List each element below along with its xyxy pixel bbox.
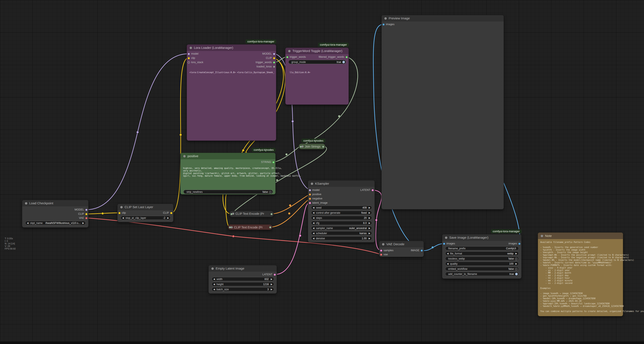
group_mode-widget[interactable]: group_modetrue <box>288 60 346 64</box>
link-midpoint-dot[interactable] <box>338 115 340 117</box>
node-clip-set-last-layer[interactable]: CLIP Set Last LayerclipCLIP◀▶stop_at_cli… <box>117 204 174 222</box>
node-graph-canvas[interactable]: Load CheckpointMODELCLIPVAE◀▶ckpt_nameil… <box>0 0 644 344</box>
combo-right-arrow-icon[interactable]: ▶ <box>515 262 517 265</box>
trigger_words-input-port[interactable] <box>286 56 288 58</box>
combo-right-arrow-icon[interactable]: ▶ <box>82 222 84 224</box>
samples-input-port[interactable] <box>380 250 382 252</box>
clip-input-port[interactable] <box>118 212 120 214</box>
combo-right-arrow-icon[interactable]: ▶ <box>368 212 370 214</box>
node-save-image[interactable]: Save Image (LoraManager)imagesimagesfile… <box>442 234 522 279</box>
node-titlebar[interactable]: Join Strings <box>299 144 325 149</box>
CLIP-output-port[interactable] <box>273 57 275 59</box>
combo-left-arrow-icon[interactable]: ◀ <box>313 212 314 214</box>
combo-right-arrow-icon[interactable]: ▶ <box>271 278 272 280</box>
toggle-dot[interactable] <box>515 273 518 275</box>
steps-widget[interactable]: ◀▶steps20 <box>311 216 372 220</box>
input-input-port[interactable] <box>229 226 231 228</box>
combo-left-arrow-icon[interactable]: ◀ <box>213 283 215 285</box>
link-midpoint-dot[interactable] <box>102 212 104 214</box>
link-midpoint-dot[interactable] <box>299 234 301 237</box>
combo-right-arrow-icon[interactable]: ▶ <box>368 206 370 209</box>
CLIP-output-port[interactable] <box>170 212 172 214</box>
embed_workflow-widget[interactable]: embed_workflowfalse <box>445 267 519 271</box>
toggle-dot[interactable] <box>342 61 345 63</box>
images-input-port[interactable] <box>382 24 384 26</box>
collapse-dot-icon[interactable] <box>183 155 186 158</box>
stop_at_clip_layer-widget[interactable]: ◀▶stop_at_clip_layer-2 <box>120 216 171 220</box>
collapse-dot-icon[interactable] <box>382 243 384 246</box>
combo-left-arrow-icon[interactable]: ◀ <box>313 232 314 234</box>
node-join-strings[interactable]: Join Strings <box>299 144 325 149</box>
filtered_trigger_words-output-port[interactable] <box>346 56 348 58</box>
combo-left-arrow-icon[interactable]: ◀ <box>213 278 215 280</box>
combo-left-arrow-icon[interactable]: ◀ <box>313 217 314 219</box>
combo-left-arrow-icon[interactable]: ◀ <box>313 227 314 229</box>
combo-left-arrow-icon[interactable]: ◀ <box>122 217 124 219</box>
vae-input-port[interactable] <box>380 254 382 256</box>
combo-right-arrow-icon[interactable]: ▶ <box>368 217 370 219</box>
toggle-dot[interactable] <box>269 191 272 194</box>
node-titlebar[interactable]: Save Image (LoraManager) <box>442 234 521 241</box>
node-titlebar[interactable]: positive <box>180 153 276 159</box>
positive-input-port[interactable] <box>309 194 311 196</box>
combo-left-arrow-icon[interactable]: ◀ <box>447 262 448 265</box>
trigger_words-output-port[interactable] <box>273 62 275 64</box>
scheduler-widget[interactable]: ◀▶schedulerkarras <box>311 231 372 235</box>
output-output-port[interactable] <box>322 146 324 148</box>
node-titlebar[interactable]: CLIP Set Last Layer <box>118 204 173 210</box>
file_format-widget[interactable]: ◀▶file_formatwebp <box>445 252 519 256</box>
CLIP-output-port[interactable] <box>85 213 88 215</box>
images-input-port[interactable] <box>443 243 445 245</box>
node-load-checkpoint[interactable]: Load CheckpointMODELCLIPVAE◀▶ckpt_nameil… <box>22 200 88 228</box>
link-midpoint-dot[interactable] <box>232 235 234 237</box>
node-titlebar[interactable]: KSampler <box>308 180 374 187</box>
model-input-port[interactable] <box>309 189 311 191</box>
height-widget[interactable]: ◀▶height1216 <box>212 282 274 286</box>
node-text[interactable]: <lora:CreateConcept_Illustrious:0.8> <lo… <box>190 71 274 74</box>
combo-left-arrow-icon[interactable]: ◀ <box>313 222 314 224</box>
link-midpoint-dot[interactable] <box>432 246 434 248</box>
node-titlebar[interactable]: VAE Decode <box>379 241 424 248</box>
node-titlebar[interactable]: Empty Latent Image <box>208 265 277 272</box>
combo-right-arrow-icon[interactable]: ▶ <box>167 217 169 219</box>
LATENT-output-port[interactable] <box>372 189 374 191</box>
collapse-dot-icon[interactable] <box>120 206 123 208</box>
collapse-dot-icon[interactable] <box>190 47 192 49</box>
node-preview-image[interactable]: Preview Imageimages <box>382 15 504 210</box>
node-titlebar[interactable]: Lora Loader (LoraManager) <box>187 44 276 51</box>
combo-right-arrow-icon[interactable]: ▶ <box>271 288 272 290</box>
node-clip-text-encode-positive[interactable]: CLIP Text Encode (Pr <box>229 211 274 217</box>
node-vae-decode[interactable]: VAE DecodesamplesvaeIMAGE <box>379 241 424 257</box>
model-input-port[interactable] <box>188 53 190 55</box>
collapse-dot-icon[interactable] <box>311 182 313 185</box>
node-ksampler[interactable]: KSamplermodelpositivenegativelatent_imag… <box>308 180 375 242</box>
combo-right-arrow-icon[interactable]: ▶ <box>368 227 370 229</box>
negative-input-port[interactable] <box>309 198 311 200</box>
combo-right-arrow-icon[interactable]: ▶ <box>271 283 272 285</box>
collapse-dot-icon[interactable] <box>25 202 27 204</box>
combo-left-arrow-icon[interactable]: ◀ <box>213 288 215 290</box>
cfg-widget[interactable]: ◀▶cfg8.0 <box>311 221 372 225</box>
combo-left-arrow-icon[interactable]: ◀ <box>313 206 314 209</box>
IMAGE-output-port[interactable] <box>421 250 423 252</box>
input-input-port[interactable] <box>230 213 232 215</box>
filename_prefix-widget[interactable]: filename_prefixComfyUI <box>445 246 519 250</box>
quality-widget[interactable]: ◀▶quality100 <box>445 262 519 266</box>
link-midpoint-dot[interactable] <box>289 204 291 206</box>
node-titlebar[interactable]: Preview Image <box>382 15 504 22</box>
images-output-port[interactable] <box>518 243 520 245</box>
combo-right-arrow-icon[interactable]: ▶ <box>368 237 370 240</box>
strip_newlines-widget[interactable]: strip_newlinesfalse <box>184 190 273 194</box>
combo-left-arrow-icon[interactable]: ◀ <box>447 252 448 255</box>
link-midpoint-dot[interactable] <box>180 134 182 136</box>
link-midpoint-dot[interactable] <box>136 131 139 133</box>
VAE-output-port[interactable] <box>85 217 88 219</box>
node-clip-text-encode-negative[interactable]: CLIP Text Encode (Pr <box>228 224 272 230</box>
link-midpoint-dot[interactable] <box>288 212 290 214</box>
node-triggerword-toggle[interactable]: TriggerWord Toggle (LoraManager)trigger_… <box>285 48 349 105</box>
add_counter_to_filename-widget[interactable]: add_counter_to_filenametrue <box>445 272 519 276</box>
MODEL-output-port[interactable] <box>85 209 88 211</box>
node-titlebar[interactable]: Load Checkpoint <box>22 200 88 206</box>
sampler_name-widget[interactable]: ◀▶sampler_nameeuler_ancestral <box>311 226 372 230</box>
link-midpoint-dot[interactable] <box>242 149 244 152</box>
